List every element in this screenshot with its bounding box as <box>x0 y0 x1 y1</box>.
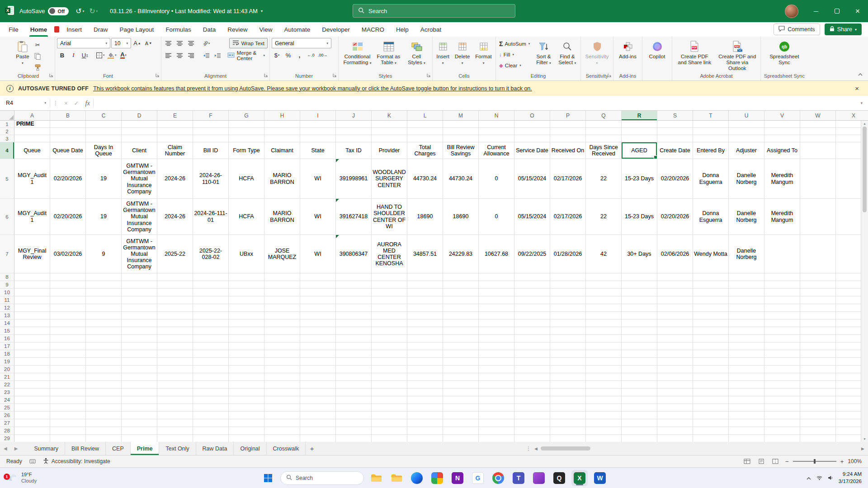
cell-R25[interactable] <box>622 404 657 412</box>
cell-K19[interactable] <box>372 358 407 366</box>
cell-D7[interactable]: GMTWM - Germantown Mutual Insurance Comp… <box>122 235 157 273</box>
select-all-corner[interactable] <box>0 111 14 120</box>
cell-S27[interactable] <box>657 419 693 427</box>
cell-G10[interactable] <box>229 289 264 296</box>
cell-W7[interactable] <box>800 235 836 273</box>
cell-E17[interactable] <box>157 343 193 350</box>
clipboard-dialog-launcher[interactable] <box>49 71 53 79</box>
ribbon-tab-draw[interactable]: Draw <box>88 22 114 37</box>
cell-V15[interactable] <box>764 327 800 335</box>
font-dialog-launcher[interactable] <box>156 71 160 79</box>
cell-M14[interactable] <box>443 319 479 327</box>
cell-B3[interactable] <box>50 135 86 142</box>
cell-B29[interactable] <box>50 435 86 442</box>
align-top-button[interactable] <box>163 38 174 48</box>
cell-G12[interactable] <box>229 304 264 312</box>
cell-R16[interactable] <box>622 335 657 343</box>
cell-M3[interactable] <box>443 135 479 142</box>
cell-A19[interactable] <box>14 358 50 366</box>
taskbar-icon-chrome[interactable] <box>490 470 506 486</box>
cell-A13[interactable] <box>14 312 50 319</box>
cell-M25[interactable] <box>443 404 479 412</box>
cell-U27[interactable] <box>729 419 764 427</box>
cell-W25[interactable] <box>800 404 836 412</box>
cell-K10[interactable] <box>372 289 407 296</box>
cell-M18[interactable] <box>443 350 479 358</box>
cell-H18[interactable] <box>264 350 300 358</box>
cell-D1[interactable] <box>122 121 157 128</box>
sensitivity-dialog-launcher[interactable] <box>608 71 612 79</box>
cell-L23[interactable] <box>407 389 443 396</box>
cell-S28[interactable] <box>657 427 693 435</box>
zoom-in-button[interactable]: + <box>840 458 844 465</box>
cell-S9[interactable] <box>657 281 693 289</box>
cell-I14[interactable] <box>300 319 336 327</box>
cancel-entry-icon[interactable]: × <box>61 100 71 107</box>
cell-C23[interactable] <box>86 389 122 396</box>
addins-button[interactable]: Add-ins <box>617 38 639 73</box>
cell-E16[interactable] <box>157 335 193 343</box>
ribbon-tab-data[interactable]: Data <box>197 22 222 37</box>
cell-B25[interactable] <box>50 404 86 412</box>
horizontal-scroll-thumb[interactable] <box>541 446 590 450</box>
cell-F20[interactable] <box>193 366 229 373</box>
cell-T26[interactable] <box>693 412 729 419</box>
cell-E21[interactable] <box>157 373 193 381</box>
cell-P13[interactable] <box>550 312 586 319</box>
cell-D5[interactable]: GMTWM - Germantown Mutual Insurance Comp… <box>122 159 157 199</box>
cell-R27[interactable] <box>622 419 657 427</box>
cell-B8[interactable] <box>50 273 86 281</box>
row-header-28[interactable]: 28 <box>0 427 14 435</box>
create-pdf-share-link-button[interactable]: PDF Create PDF and Share link <box>674 38 715 73</box>
cell-E13[interactable] <box>157 312 193 319</box>
cell-T21[interactable] <box>693 373 729 381</box>
normal-view-button[interactable] <box>743 458 751 465</box>
cell-F18[interactable] <box>193 350 229 358</box>
font-name-select[interactable]: Arial▾ <box>57 38 110 48</box>
cell-F8[interactable] <box>193 273 229 281</box>
row-header-27[interactable]: 27 <box>0 419 14 427</box>
cell-M20[interactable] <box>443 366 479 373</box>
cell-V2[interactable] <box>764 128 800 135</box>
decrease-font-size-button[interactable]: A▼ <box>143 38 154 48</box>
cell-R9[interactable] <box>622 281 657 289</box>
cell-L10[interactable] <box>407 289 443 296</box>
cell-A20[interactable] <box>14 366 50 373</box>
cell-B7[interactable]: 03/02/2026 <box>50 235 86 273</box>
cell-K2[interactable] <box>372 128 407 135</box>
cell-K13[interactable] <box>372 312 407 319</box>
ribbon-tab-home[interactable]: Home <box>24 22 53 37</box>
cell-O4[interactable]: Service Date <box>514 142 550 159</box>
cell-S26[interactable] <box>657 412 693 419</box>
cell-D14[interactable] <box>122 319 157 327</box>
cell-R14[interactable] <box>622 319 657 327</box>
cell-R11[interactable] <box>622 296 657 304</box>
cell-M23[interactable] <box>443 389 479 396</box>
cell-M26[interactable] <box>443 412 479 419</box>
cell-N3[interactable] <box>479 135 514 142</box>
cell-U19[interactable] <box>729 358 764 366</box>
cell-C9[interactable] <box>86 281 122 289</box>
formula-input[interactable] <box>94 96 855 110</box>
wrap-text-button[interactable]: Wrap Text <box>229 38 268 48</box>
cell-R13[interactable] <box>622 312 657 319</box>
cell-T11[interactable] <box>693 296 729 304</box>
cell-E25[interactable] <box>157 404 193 412</box>
cell-D17[interactable] <box>122 343 157 350</box>
cell-R10[interactable] <box>622 289 657 296</box>
row-header-25[interactable]: 25 <box>0 404 14 412</box>
cell-H27[interactable] <box>264 419 300 427</box>
cell-C17[interactable] <box>86 343 122 350</box>
cell-K22[interactable] <box>372 381 407 389</box>
cell-W27[interactable] <box>800 419 836 427</box>
cell-B26[interactable] <box>50 412 86 419</box>
cell-M4[interactable]: Bill Review Savings <box>443 142 479 159</box>
column-header-O[interactable]: O <box>514 111 550 120</box>
scroll-right-icon[interactable]: ▶ <box>861 446 864 451</box>
cell-B14[interactable] <box>50 319 86 327</box>
cell-M22[interactable] <box>443 381 479 389</box>
cell-J25[interactable] <box>336 404 372 412</box>
cell-O19[interactable] <box>514 358 550 366</box>
cell-S5[interactable]: 02/20/2026 <box>657 159 693 199</box>
cell-G11[interactable] <box>229 296 264 304</box>
